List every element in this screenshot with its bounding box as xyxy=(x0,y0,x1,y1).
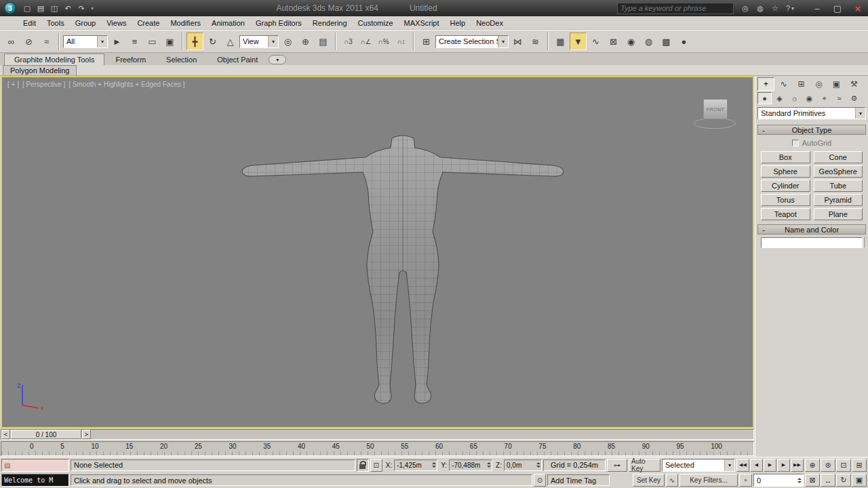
maximize-viewport-toggle[interactable]: ▣ xyxy=(852,474,867,487)
select-and-link-button[interactable]: ∞ xyxy=(3,33,20,50)
application-menu-button[interactable]: 3 xyxy=(0,0,20,16)
menu-graph-editors[interactable]: Graph Editors xyxy=(250,18,307,28)
tab-graphite-modeling-tools[interactable]: Graphite Modeling Tools xyxy=(4,54,104,65)
zoom-region-button[interactable]: ⊠ xyxy=(805,474,820,487)
maxscript-mini-listener[interactable]: Welcome to M xyxy=(1,474,69,487)
spinner-arrows-icon[interactable] xyxy=(536,462,540,468)
viewcube[interactable]: FRONT xyxy=(693,95,738,129)
maximize-button[interactable]: ▢ xyxy=(827,1,848,16)
go-to-end-button[interactable]: ▶▶ xyxy=(791,459,804,472)
object-type-plane[interactable]: Plane xyxy=(814,208,863,220)
autogrid-checkbox[interactable] xyxy=(792,140,799,146)
tab-hierarchy[interactable]: ⊞ xyxy=(793,77,810,91)
perspective-viewport[interactable]: [ + ] [ Perspective ] [ Smooth + Highlig… xyxy=(1,76,754,428)
category-cameras[interactable]: ◉ xyxy=(802,92,816,104)
new-scene-button[interactable]: ▢ xyxy=(20,2,34,14)
material-editor-button[interactable]: ◉ xyxy=(623,33,639,50)
spinner-arrows-icon[interactable] xyxy=(432,462,436,468)
select-by-name-button[interactable]: ≡ xyxy=(126,33,143,50)
select-and-manipulate-button[interactable]: ⊕ xyxy=(297,33,314,50)
object-type-geosphere[interactable]: GeoSphere xyxy=(814,165,863,178)
pan-view-button[interactable]: ↔ xyxy=(821,474,835,487)
reference-coordinate-dropdown[interactable]: View ▾ xyxy=(239,35,279,48)
tab-utilities[interactable]: ⚒ xyxy=(846,77,863,91)
mirror-button[interactable]: ⋈ xyxy=(509,33,526,50)
object-type-torus[interactable]: Torus xyxy=(761,194,810,206)
tab-polygon-modeling[interactable]: Polygon Modeling xyxy=(3,65,77,75)
select-and-rotate-button[interactable]: ↻ xyxy=(204,33,221,50)
current-frame-field[interactable]: 0 xyxy=(753,474,804,487)
category-lights[interactable]: ☼ xyxy=(787,92,802,104)
menu-maxscript[interactable]: MAXScript xyxy=(399,18,445,28)
key-filter-curve-button[interactable]: ∿ xyxy=(666,474,678,487)
object-type-box[interactable]: Box xyxy=(761,151,810,163)
render-production-button[interactable]: ● xyxy=(675,33,692,50)
menu-neodex[interactable]: NeoDex xyxy=(471,18,509,28)
object-type-teapot[interactable]: Teapot xyxy=(761,208,810,220)
menu-views[interactable]: Views xyxy=(101,18,132,28)
menu-edit[interactable]: Edit xyxy=(18,18,41,28)
category-geometry[interactable]: ● xyxy=(757,92,772,104)
named-selection-sets-dropdown[interactable]: Create Selection Se ▾ xyxy=(435,35,509,48)
menu-create[interactable]: Create xyxy=(132,18,165,28)
next-frame-arrow[interactable]: > xyxy=(82,430,91,439)
object-type-pyramid[interactable]: Pyramid xyxy=(814,194,863,206)
set-keys-button[interactable]: ⊶ xyxy=(607,459,627,472)
rectangular-selection-region-button[interactable]: ▭ xyxy=(144,33,161,50)
menu-animation[interactable]: Animation xyxy=(206,18,250,28)
keyboard-shortcut-override-toggle[interactable]: ▤ xyxy=(315,33,332,50)
selection-lock-toggle[interactable] xyxy=(357,459,369,472)
help-button[interactable]: ?▾ xyxy=(783,2,797,14)
curve-editor-button[interactable]: ∿ xyxy=(587,33,604,50)
percent-snap-toggle[interactable]: ∩% xyxy=(375,33,392,50)
category-systems[interactable]: ⚙ xyxy=(847,92,861,104)
zoom-extents-button[interactable]: ⊡ xyxy=(836,459,851,472)
track-bar[interactable]: 0510152025303540455055606570758085909510… xyxy=(1,441,754,456)
menu-modifiers[interactable]: Modifiers xyxy=(165,18,206,28)
object-name-input[interactable] xyxy=(761,237,863,248)
select-and-scale-button[interactable]: △ xyxy=(222,33,239,50)
key-mode-toggle-button[interactable]: » xyxy=(739,474,752,487)
viewport-pov-menu[interactable]: [ Perspective ] xyxy=(22,81,65,88)
z-coordinate-field[interactable]: 0,0m xyxy=(504,460,542,471)
next-frame-button[interactable]: ▶ xyxy=(777,459,790,472)
redo-button[interactable]: ↷ xyxy=(75,2,88,14)
menu-group[interactable]: Group xyxy=(70,18,102,28)
object-color-swatch[interactable] xyxy=(865,237,866,248)
category-space-warps[interactable]: ≈ xyxy=(832,92,846,104)
ribbon-minimize-dropdown[interactable]: ▾ xyxy=(269,55,286,64)
category-shapes[interactable]: ◈ xyxy=(772,92,787,104)
menu-customize[interactable]: Customize xyxy=(353,18,399,28)
select-object-button[interactable]: ► xyxy=(108,33,125,50)
set-key-button[interactable]: Set Key xyxy=(633,474,665,487)
orbit-button[interactable]: ↻ xyxy=(836,474,851,487)
align-button[interactable]: ≋ xyxy=(527,33,544,50)
window-crossing-toggle[interactable]: ▣ xyxy=(161,33,178,50)
layer-manager-button[interactable]: ▦ xyxy=(552,33,569,50)
go-to-start-button[interactable]: ◀◀ xyxy=(736,459,749,472)
render-setup-button[interactable]: ◍ xyxy=(640,33,657,50)
menu-tools[interactable]: Tools xyxy=(41,18,70,28)
spinner-snap-toggle[interactable]: ∩↕ xyxy=(393,33,410,50)
close-button[interactable]: × xyxy=(848,1,868,16)
select-and-move-button[interactable]: ╋ xyxy=(186,33,203,50)
character-mesh[interactable] xyxy=(239,131,572,411)
category-helpers[interactable]: ⌖ xyxy=(817,92,831,104)
favorites-button[interactable]: ☆ xyxy=(768,2,783,14)
tab-selection[interactable]: Selection xyxy=(157,54,206,65)
absolute-offset-mode-toggle[interactable]: ⊡ xyxy=(370,459,382,472)
time-slider-handle[interactable]: 0 / 100 xyxy=(11,430,81,439)
time-slider[interactable]: < 0 / 100 > xyxy=(1,429,754,440)
infocenter-search-button[interactable]: ◎ xyxy=(738,2,753,14)
communication-center-button[interactable]: ◍ xyxy=(753,2,768,14)
object-type-tube[interactable]: Tube xyxy=(814,180,863,192)
save-file-button[interactable]: ◫ xyxy=(47,2,61,14)
object-type-cylinder[interactable]: Cylinder xyxy=(761,180,810,192)
quick-access-dropdown[interactable]: ▾ xyxy=(88,5,96,12)
spinner-arrows-icon[interactable] xyxy=(797,478,802,483)
play-animation-button[interactable]: ▶ xyxy=(764,459,776,472)
tab-create[interactable]: + xyxy=(757,77,774,91)
viewcube-ring[interactable] xyxy=(694,118,736,129)
object-type-cone[interactable]: Cone xyxy=(814,151,863,163)
zoom-extents-all-button[interactable]: ⊞ xyxy=(852,459,867,472)
